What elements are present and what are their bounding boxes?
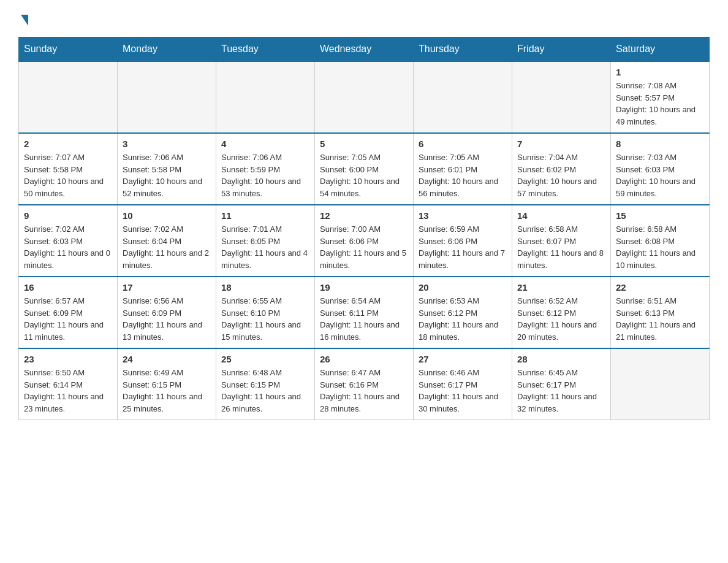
day-info: Sunrise: 7:07 AMSunset: 5:58 PMDaylight:…: [24, 151, 112, 199]
calendar-cell: 10Sunrise: 7:02 AMSunset: 6:04 PMDayligh…: [118, 205, 216, 277]
calendar-cell: 27Sunrise: 6:46 AMSunset: 6:17 PMDayligh…: [414, 348, 512, 420]
day-number: 27: [419, 354, 507, 364]
day-info: Sunrise: 6:45 AMSunset: 6:17 PMDaylight:…: [517, 367, 605, 415]
day-number: 17: [123, 282, 211, 293]
weekday-header-row: SundayMondayTuesdayWednesdayThursdayFrid…: [19, 37, 710, 62]
week-row-3: 9Sunrise: 7:02 AMSunset: 6:03 PMDaylight…: [19, 205, 710, 277]
calendar-cell: 16Sunrise: 6:57 AMSunset: 6:09 PMDayligh…: [19, 277, 118, 348]
day-info: Sunrise: 7:02 AMSunset: 6:04 PMDaylight:…: [123, 223, 211, 271]
calendar-cell: 3Sunrise: 7:06 AMSunset: 5:58 PMDaylight…: [118, 133, 216, 205]
day-info: Sunrise: 6:58 AMSunset: 6:07 PMDaylight:…: [517, 223, 605, 271]
calendar-cell: [216, 61, 315, 133]
weekday-header-friday: Friday: [512, 37, 611, 62]
day-number: 5: [320, 139, 408, 149]
day-info: Sunrise: 6:48 AMSunset: 6:15 PMDaylight:…: [221, 367, 309, 415]
day-number: 10: [123, 210, 211, 221]
weekday-header-thursday: Thursday: [414, 37, 512, 62]
calendar-cell: [315, 61, 414, 133]
calendar-cell: 11Sunrise: 7:01 AMSunset: 6:05 PMDayligh…: [216, 205, 315, 277]
day-number: 22: [616, 282, 704, 293]
day-number: 11: [221, 210, 309, 221]
logo-arrow-icon: [21, 15, 28, 26]
calendar-cell: 22Sunrise: 6:51 AMSunset: 6:13 PMDayligh…: [611, 277, 710, 348]
day-info: Sunrise: 6:59 AMSunset: 6:06 PMDaylight:…: [419, 223, 507, 271]
day-info: Sunrise: 6:57 AMSunset: 6:09 PMDaylight:…: [24, 295, 112, 343]
calendar-cell: 13Sunrise: 6:59 AMSunset: 6:06 PMDayligh…: [414, 205, 512, 277]
calendar-cell: 21Sunrise: 6:52 AMSunset: 6:12 PMDayligh…: [512, 277, 611, 348]
day-number: 4: [221, 139, 309, 149]
day-info: Sunrise: 6:50 AMSunset: 6:14 PMDaylight:…: [24, 367, 112, 415]
calendar-cell: 5Sunrise: 7:05 AMSunset: 6:00 PMDaylight…: [315, 133, 414, 205]
day-info: Sunrise: 7:04 AMSunset: 6:02 PMDaylight:…: [517, 151, 605, 199]
day-number: 24: [123, 354, 211, 364]
calendar-cell: 9Sunrise: 7:02 AMSunset: 6:03 PMDaylight…: [19, 205, 118, 277]
day-number: 1: [616, 67, 704, 77]
day-info: Sunrise: 7:06 AMSunset: 5:58 PMDaylight:…: [123, 151, 211, 199]
day-info: Sunrise: 6:54 AMSunset: 6:11 PMDaylight:…: [320, 295, 408, 343]
logo: [18, 12, 28, 25]
calendar-cell: 14Sunrise: 6:58 AMSunset: 6:07 PMDayligh…: [512, 205, 611, 277]
day-info: Sunrise: 7:06 AMSunset: 5:59 PMDaylight:…: [221, 151, 309, 199]
calendar-cell: 12Sunrise: 7:00 AMSunset: 6:06 PMDayligh…: [315, 205, 414, 277]
calendar-cell: [611, 348, 710, 420]
day-number: 3: [123, 139, 211, 149]
week-row-1: 1Sunrise: 7:08 AMSunset: 5:57 PMDaylight…: [19, 61, 710, 133]
day-info: Sunrise: 6:55 AMSunset: 6:10 PMDaylight:…: [221, 295, 309, 343]
day-info: Sunrise: 6:51 AMSunset: 6:13 PMDaylight:…: [616, 295, 704, 343]
day-info: Sunrise: 7:03 AMSunset: 6:03 PMDaylight:…: [616, 151, 704, 199]
page-header: [18, 12, 710, 25]
day-number: 18: [221, 282, 309, 293]
day-number: 19: [320, 282, 408, 293]
week-row-2: 2Sunrise: 7:07 AMSunset: 5:58 PMDaylight…: [19, 133, 710, 205]
calendar-cell: 8Sunrise: 7:03 AMSunset: 6:03 PMDaylight…: [611, 133, 710, 205]
day-info: Sunrise: 7:08 AMSunset: 5:57 PMDaylight:…: [616, 80, 704, 128]
calendar-cell: 24Sunrise: 6:49 AMSunset: 6:15 PMDayligh…: [118, 348, 216, 420]
day-number: 14: [517, 210, 605, 221]
calendar-cell: 19Sunrise: 6:54 AMSunset: 6:11 PMDayligh…: [315, 277, 414, 348]
day-number: 20: [419, 282, 507, 293]
day-info: Sunrise: 7:05 AMSunset: 6:01 PMDaylight:…: [419, 151, 507, 199]
day-number: 28: [517, 354, 605, 364]
day-number: 13: [419, 210, 507, 221]
day-number: 15: [616, 210, 704, 221]
day-number: 7: [517, 139, 605, 149]
day-info: Sunrise: 6:52 AMSunset: 6:12 PMDaylight:…: [517, 295, 605, 343]
calendar-cell: 25Sunrise: 6:48 AMSunset: 6:15 PMDayligh…: [216, 348, 315, 420]
calendar-cell: 18Sunrise: 6:55 AMSunset: 6:10 PMDayligh…: [216, 277, 315, 348]
calendar-cell: [512, 61, 611, 133]
calendar-cell: 4Sunrise: 7:06 AMSunset: 5:59 PMDaylight…: [216, 133, 315, 205]
day-number: 23: [24, 354, 112, 364]
day-number: 6: [419, 139, 507, 149]
calendar-cell: 15Sunrise: 6:58 AMSunset: 6:08 PMDayligh…: [611, 205, 710, 277]
day-number: 26: [320, 354, 408, 364]
calendar-cell: [19, 61, 118, 133]
day-info: Sunrise: 6:56 AMSunset: 6:09 PMDaylight:…: [123, 295, 211, 343]
calendar-cell: 23Sunrise: 6:50 AMSunset: 6:14 PMDayligh…: [19, 348, 118, 420]
day-number: 9: [24, 210, 112, 221]
weekday-header-saturday: Saturday: [611, 37, 710, 62]
calendar-cell: 26Sunrise: 6:47 AMSunset: 6:16 PMDayligh…: [315, 348, 414, 420]
calendar-cell: 7Sunrise: 7:04 AMSunset: 6:02 PMDaylight…: [512, 133, 611, 205]
calendar-table: SundayMondayTuesdayWednesdayThursdayFrid…: [18, 37, 710, 420]
week-row-5: 23Sunrise: 6:50 AMSunset: 6:14 PMDayligh…: [19, 348, 710, 420]
day-info: Sunrise: 6:46 AMSunset: 6:17 PMDaylight:…: [419, 367, 507, 415]
day-info: Sunrise: 7:00 AMSunset: 6:06 PMDaylight:…: [320, 223, 408, 271]
day-info: Sunrise: 6:49 AMSunset: 6:15 PMDaylight:…: [123, 367, 211, 415]
calendar-cell: 1Sunrise: 7:08 AMSunset: 5:57 PMDaylight…: [611, 61, 710, 133]
calendar-cell: 28Sunrise: 6:45 AMSunset: 6:17 PMDayligh…: [512, 348, 611, 420]
day-info: Sunrise: 6:58 AMSunset: 6:08 PMDaylight:…: [616, 223, 704, 271]
day-info: Sunrise: 6:53 AMSunset: 6:12 PMDaylight:…: [419, 295, 507, 343]
day-info: Sunrise: 7:01 AMSunset: 6:05 PMDaylight:…: [221, 223, 309, 271]
calendar-cell: 6Sunrise: 7:05 AMSunset: 6:01 PMDaylight…: [414, 133, 512, 205]
day-number: 21: [517, 282, 605, 293]
calendar-cell: 20Sunrise: 6:53 AMSunset: 6:12 PMDayligh…: [414, 277, 512, 348]
day-info: Sunrise: 6:47 AMSunset: 6:16 PMDaylight:…: [320, 367, 408, 415]
calendar-cell: 2Sunrise: 7:07 AMSunset: 5:58 PMDaylight…: [19, 133, 118, 205]
calendar-cell: [414, 61, 512, 133]
day-info: Sunrise: 7:05 AMSunset: 6:00 PMDaylight:…: [320, 151, 408, 199]
weekday-header-tuesday: Tuesday: [216, 37, 315, 62]
day-number: 12: [320, 210, 408, 221]
week-row-4: 16Sunrise: 6:57 AMSunset: 6:09 PMDayligh…: [19, 277, 710, 348]
day-number: 25: [221, 354, 309, 364]
weekday-header-sunday: Sunday: [19, 37, 118, 62]
